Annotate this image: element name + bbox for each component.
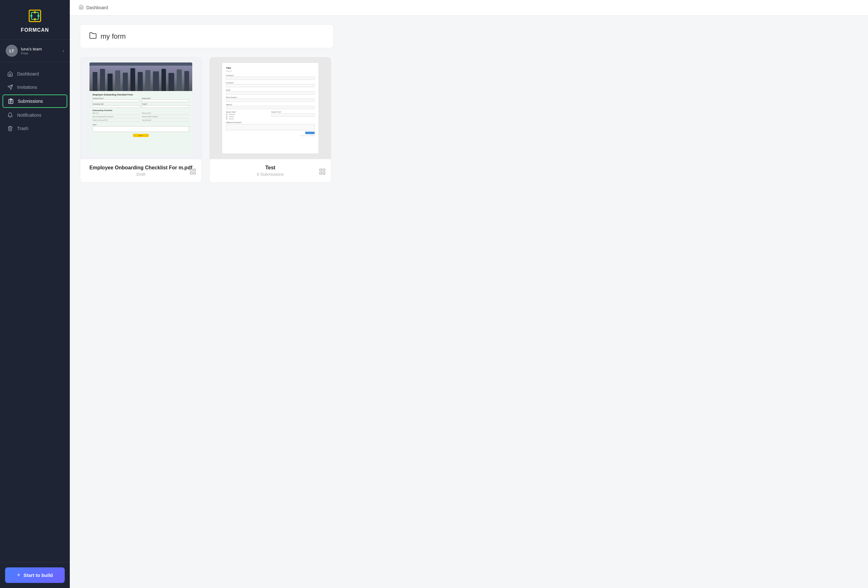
- sidebar-bottom: + Start to build: [0, 562, 70, 588]
- sidebar-item-dashboard[interactable]: Dashboard: [0, 67, 70, 81]
- svg-rect-3: [34, 12, 36, 13]
- breadcrumb: Dashboard: [79, 4, 108, 11]
- form-grid: Employee Onboarding Checklist Form Emplo…: [80, 57, 461, 183]
- folder-icon: [89, 32, 97, 41]
- brand-name: FORMCAN: [21, 27, 49, 33]
- sidebar-item-label: Dashboard: [17, 71, 39, 77]
- form-preview-test: Title Help text Full Name* Full Name* Em…: [210, 57, 331, 159]
- form-card-info-test: Test 0 Submissions: [210, 159, 331, 182]
- breadcrumb-home-icon: [79, 4, 84, 11]
- sidebar-item-label: Trash: [17, 126, 28, 131]
- form-card-info-onboarding: Employee Onboarding Checklist For m.pdf …: [80, 159, 201, 182]
- team-name: luna's team: [21, 47, 62, 52]
- formcan-logo: [27, 7, 43, 24]
- main-content: Dashboard my form: [70, 0, 868, 588]
- team-info: luna's team Free: [21, 47, 62, 55]
- form-title-test: Test: [216, 165, 325, 171]
- content-area: my form: [70, 16, 868, 192]
- form-card-test[interactable]: Title Help text Full Name* Full Name* Em…: [210, 57, 331, 183]
- svg-rect-16: [193, 172, 195, 174]
- svg-rect-15: [193, 169, 195, 171]
- team-avatar: LT: [6, 45, 18, 57]
- svg-rect-21: [320, 172, 322, 174]
- home-icon: [7, 71, 13, 77]
- sidebar-item-notifications[interactable]: Notifications: [0, 109, 70, 122]
- team-plan: Free: [21, 52, 62, 55]
- form-status-onboarding: Draft: [87, 172, 195, 177]
- svg-rect-18: [320, 169, 322, 171]
- form-card-onboarding[interactable]: Employee Onboarding Checklist Form Emplo…: [80, 57, 202, 183]
- send-icon: [7, 84, 13, 90]
- svg-rect-6: [37, 15, 39, 17]
- svg-rect-4: [34, 18, 36, 20]
- svg-rect-20: [323, 172, 325, 174]
- form-menu-test[interactable]: [319, 168, 326, 177]
- logo-area: FORMCAN: [0, 0, 70, 40]
- main-navigation: Dashboard Invitations: [0, 62, 70, 562]
- folder-card[interactable]: my form: [80, 24, 334, 48]
- sidebar-item-submissions[interactable]: Submissions: [3, 94, 67, 108]
- form-menu-onboarding[interactable]: [189, 168, 196, 177]
- sidebar-item-label: Notifications: [17, 113, 41, 118]
- folder-name: my form: [100, 32, 125, 41]
- chevron-right-icon: ›: [62, 48, 64, 53]
- form-title-onboarding: Employee Onboarding Checklist For m.pdf: [87, 165, 195, 171]
- form-preview-onboarding: Employee Onboarding Checklist Form Emplo…: [80, 57, 201, 159]
- sidebar-item-trash[interactable]: Trash: [0, 122, 70, 135]
- plus-icon: +: [17, 572, 20, 579]
- trash-icon: [7, 125, 13, 132]
- clipboard-icon: [7, 98, 14, 104]
- sidebar-item-invitations[interactable]: Invitations: [0, 81, 70, 94]
- bell-icon: [7, 112, 13, 118]
- breadcrumb-label: Dashboard: [86, 5, 108, 10]
- sidebar: FORMCAN LT luna's team Free › Dashboard: [0, 0, 70, 588]
- svg-rect-5: [31, 15, 32, 17]
- start-build-label: Start to build: [24, 572, 53, 578]
- topbar: Dashboard: [70, 0, 868, 16]
- svg-rect-17: [190, 172, 192, 174]
- team-switcher[interactable]: LT luna's team Free ›: [0, 40, 70, 62]
- svg-rect-14: [190, 169, 192, 171]
- sidebar-item-label: Invitations: [17, 85, 37, 90]
- svg-rect-19: [323, 169, 325, 171]
- form-submissions-test: 0 Submissions: [216, 172, 325, 177]
- start-build-button[interactable]: + Start to build: [5, 567, 65, 583]
- sidebar-item-label: Submissions: [18, 99, 43, 104]
